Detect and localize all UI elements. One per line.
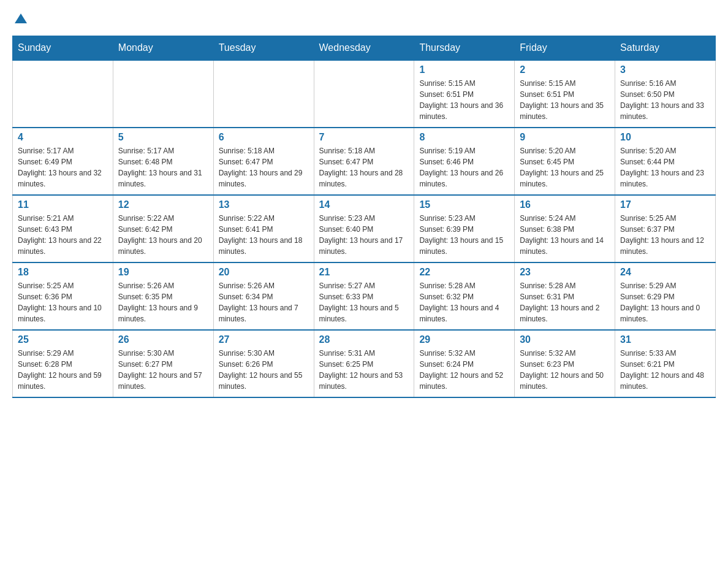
- day-number: 9: [520, 132, 610, 143]
- day-number: 26: [118, 334, 208, 345]
- calendar-cell: 11Sunrise: 5:21 AMSunset: 6:43 PMDayligh…: [13, 195, 113, 262]
- day-info: Sunrise: 5:23 AMSunset: 6:39 PMDaylight:…: [419, 213, 509, 257]
- day-info: Sunrise: 5:20 AMSunset: 6:44 PMDaylight:…: [620, 145, 710, 190]
- day-info: Sunrise: 5:28 AMSunset: 6:31 PMDaylight:…: [520, 280, 610, 324]
- day-number: 5: [118, 132, 208, 143]
- day-of-week-header: Monday: [113, 36, 213, 61]
- calendar-cell: 30Sunrise: 5:32 AMSunset: 6:23 PMDayligh…: [515, 330, 615, 397]
- calendar-cell: 13Sunrise: 5:22 AMSunset: 6:41 PMDayligh…: [213, 195, 314, 262]
- day-info: Sunrise: 5:18 AMSunset: 6:47 PMDaylight:…: [319, 145, 409, 190]
- day-number: 19: [118, 267, 208, 278]
- day-info: Sunrise: 5:26 AMSunset: 6:34 PMDaylight:…: [219, 280, 309, 324]
- day-info: Sunrise: 5:32 AMSunset: 6:23 PMDaylight:…: [520, 348, 610, 392]
- day-info: Sunrise: 5:24 AMSunset: 6:38 PMDaylight:…: [520, 213, 610, 257]
- day-number: 11: [18, 199, 108, 210]
- day-number: 31: [620, 334, 710, 345]
- calendar-cell: 29Sunrise: 5:32 AMSunset: 6:24 PMDayligh…: [414, 330, 515, 397]
- day-number: 29: [419, 334, 509, 345]
- calendar-cell: 1Sunrise: 5:15 AMSunset: 6:51 PMDaylight…: [414, 60, 515, 128]
- day-number: 20: [219, 267, 309, 278]
- calendar-cell: 2Sunrise: 5:15 AMSunset: 6:51 PMDaylight…: [515, 60, 615, 128]
- day-of-week-header: Tuesday: [213, 36, 314, 61]
- calendar-cell: 21Sunrise: 5:27 AMSunset: 6:33 PMDayligh…: [314, 262, 414, 330]
- day-number: 2: [520, 64, 610, 75]
- calendar-week-row: 18Sunrise: 5:25 AMSunset: 6:36 PMDayligh…: [13, 262, 716, 330]
- calendar-cell: [213, 60, 314, 128]
- day-info: Sunrise: 5:15 AMSunset: 6:51 PMDaylight:…: [419, 78, 509, 122]
- day-info: Sunrise: 5:25 AMSunset: 6:37 PMDaylight:…: [620, 213, 710, 257]
- calendar-cell: 3Sunrise: 5:16 AMSunset: 6:50 PMDaylight…: [615, 60, 716, 128]
- calendar-cell: 17Sunrise: 5:25 AMSunset: 6:37 PMDayligh…: [615, 195, 716, 262]
- day-info: Sunrise: 5:31 AMSunset: 6:25 PMDaylight:…: [319, 348, 409, 392]
- day-number: 25: [18, 334, 108, 345]
- calendar-cell: 18Sunrise: 5:25 AMSunset: 6:36 PMDayligh…: [13, 262, 113, 330]
- calendar-cell: 6Sunrise: 5:18 AMSunset: 6:47 PMDaylight…: [213, 128, 314, 195]
- day-number: 14: [319, 199, 409, 210]
- calendar-cell: 4Sunrise: 5:17 AMSunset: 6:49 PMDaylight…: [13, 128, 113, 195]
- day-number: 4: [18, 132, 108, 143]
- calendar-cell: 19Sunrise: 5:26 AMSunset: 6:35 PMDayligh…: [113, 262, 213, 330]
- calendar-cell: 26Sunrise: 5:30 AMSunset: 6:27 PMDayligh…: [113, 330, 213, 397]
- calendar-week-row: 4Sunrise: 5:17 AMSunset: 6:49 PMDaylight…: [13, 128, 716, 195]
- calendar-cell: 24Sunrise: 5:29 AMSunset: 6:29 PMDayligh…: [615, 262, 716, 330]
- day-info: Sunrise: 5:22 AMSunset: 6:41 PMDaylight:…: [219, 213, 309, 257]
- calendar-cell: 22Sunrise: 5:28 AMSunset: 6:32 PMDayligh…: [414, 262, 515, 330]
- day-info: Sunrise: 5:29 AMSunset: 6:29 PMDaylight:…: [620, 280, 710, 324]
- calendar-cell: 9Sunrise: 5:20 AMSunset: 6:45 PMDaylight…: [515, 128, 615, 195]
- calendar-cell: 5Sunrise: 5:17 AMSunset: 6:48 PMDaylight…: [113, 128, 213, 195]
- day-of-week-header: Saturday: [615, 36, 716, 61]
- calendar-cell: 12Sunrise: 5:22 AMSunset: 6:42 PMDayligh…: [113, 195, 213, 262]
- calendar-cell: 20Sunrise: 5:26 AMSunset: 6:34 PMDayligh…: [213, 262, 314, 330]
- calendar-week-row: 25Sunrise: 5:29 AMSunset: 6:28 PMDayligh…: [13, 330, 716, 397]
- day-info: Sunrise: 5:15 AMSunset: 6:51 PMDaylight:…: [520, 78, 610, 122]
- day-of-week-header: Sunday: [13, 36, 113, 61]
- day-number: 6: [219, 132, 309, 143]
- logo: [12, 12, 27, 23]
- day-number: 28: [319, 334, 409, 345]
- day-number: 21: [319, 267, 409, 278]
- calendar-week-row: 11Sunrise: 5:21 AMSunset: 6:43 PMDayligh…: [13, 195, 716, 262]
- day-info: Sunrise: 5:27 AMSunset: 6:33 PMDaylight:…: [319, 280, 409, 324]
- day-number: 1: [419, 64, 509, 75]
- day-info: Sunrise: 5:33 AMSunset: 6:21 PMDaylight:…: [620, 348, 710, 392]
- calendar-cell: 7Sunrise: 5:18 AMSunset: 6:47 PMDaylight…: [314, 128, 414, 195]
- calendar-cell: [113, 60, 213, 128]
- calendar-cell: 14Sunrise: 5:23 AMSunset: 6:40 PMDayligh…: [314, 195, 414, 262]
- day-info: Sunrise: 5:30 AMSunset: 6:27 PMDaylight:…: [118, 348, 208, 392]
- calendar-cell: 25Sunrise: 5:29 AMSunset: 6:28 PMDayligh…: [13, 330, 113, 397]
- day-info: Sunrise: 5:23 AMSunset: 6:40 PMDaylight:…: [319, 213, 409, 257]
- day-of-week-header: Thursday: [414, 36, 515, 61]
- day-info: Sunrise: 5:25 AMSunset: 6:36 PMDaylight:…: [18, 280, 108, 324]
- day-number: 12: [118, 199, 208, 210]
- day-info: Sunrise: 5:29 AMSunset: 6:28 PMDaylight:…: [18, 348, 108, 392]
- day-info: Sunrise: 5:26 AMSunset: 6:35 PMDaylight:…: [118, 280, 208, 324]
- calendar-table: SundayMondayTuesdayWednesdayThursdayFrid…: [12, 36, 716, 398]
- day-info: Sunrise: 5:17 AMSunset: 6:48 PMDaylight:…: [118, 145, 208, 190]
- calendar-cell: 28Sunrise: 5:31 AMSunset: 6:25 PMDayligh…: [314, 330, 414, 397]
- day-info: Sunrise: 5:22 AMSunset: 6:42 PMDaylight:…: [118, 213, 208, 257]
- day-info: Sunrise: 5:16 AMSunset: 6:50 PMDaylight:…: [620, 78, 710, 122]
- day-number: 13: [219, 199, 309, 210]
- calendar-cell: 8Sunrise: 5:19 AMSunset: 6:46 PMDaylight…: [414, 128, 515, 195]
- day-info: Sunrise: 5:20 AMSunset: 6:45 PMDaylight:…: [520, 145, 610, 190]
- calendar-cell: [314, 60, 414, 128]
- calendar-cell: 31Sunrise: 5:33 AMSunset: 6:21 PMDayligh…: [615, 330, 716, 397]
- calendar-cell: 23Sunrise: 5:28 AMSunset: 6:31 PMDayligh…: [515, 262, 615, 330]
- day-info: Sunrise: 5:28 AMSunset: 6:32 PMDaylight:…: [419, 280, 509, 324]
- day-info: Sunrise: 5:19 AMSunset: 6:46 PMDaylight:…: [419, 145, 509, 190]
- day-number: 7: [319, 132, 409, 143]
- day-number: 16: [520, 199, 610, 210]
- day-number: 15: [419, 199, 509, 210]
- calendar-week-row: 1Sunrise: 5:15 AMSunset: 6:51 PMDaylight…: [13, 60, 716, 128]
- day-info: Sunrise: 5:32 AMSunset: 6:24 PMDaylight:…: [419, 348, 509, 392]
- calendar-header-row: SundayMondayTuesdayWednesdayThursdayFrid…: [13, 36, 716, 61]
- calendar-cell: [13, 60, 113, 128]
- day-number: 8: [419, 132, 509, 143]
- calendar-cell: 10Sunrise: 5:20 AMSunset: 6:44 PMDayligh…: [615, 128, 716, 195]
- day-number: 22: [419, 267, 509, 278]
- day-number: 24: [620, 267, 710, 278]
- day-of-week-header: Wednesday: [314, 36, 414, 61]
- day-number: 23: [520, 267, 610, 278]
- page-header: [12, 12, 716, 23]
- calendar-cell: 27Sunrise: 5:30 AMSunset: 6:26 PMDayligh…: [213, 330, 314, 397]
